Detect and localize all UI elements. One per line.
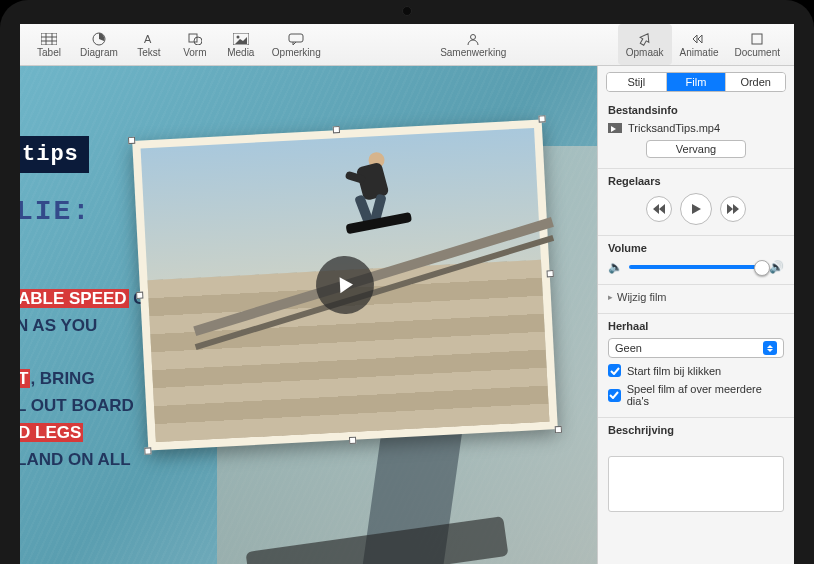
video-object[interactable] <box>132 119 558 450</box>
chart-icon <box>90 32 108 46</box>
svg-rect-13 <box>752 34 762 44</box>
herhaal-header: Herhaal <box>608 320 784 332</box>
label-speel-meerdere: Speel film af over meerdere dia's <box>627 383 784 407</box>
toolbar-opmerking[interactable]: Opmerking <box>264 24 329 65</box>
toolbar-animatie[interactable]: Animatie <box>672 24 727 65</box>
toolbar-vorm[interactable]: Vorm <box>172 24 218 65</box>
media-icon <box>232 32 250 46</box>
tab-film[interactable]: Film <box>666 73 726 91</box>
herhaal-select[interactable]: Geen <box>608 338 784 358</box>
forward-button[interactable] <box>720 196 746 222</box>
svg-rect-0 <box>41 33 57 45</box>
shape-icon <box>186 32 204 46</box>
chevron-right-icon: ▸ <box>608 292 613 302</box>
vervang-button[interactable]: Vervang <box>646 140 746 158</box>
video-thumbnail <box>141 128 550 442</box>
volume-high-icon: 🔊 <box>769 260 784 274</box>
slide-title: tips <box>20 136 89 173</box>
volume-header: Volume <box>608 242 784 254</box>
collab-icon <box>464 32 482 46</box>
slide-canvas[interactable]: tips LIE: ABLE SPEED CAN N AS YOU T, BRI… <box>20 66 597 564</box>
document-icon <box>748 32 766 46</box>
toolbar-opmaak-label: Opmaak <box>626 47 664 58</box>
toolbar: Tabel Diagram A Tekst Vorm Media Opmerki… <box>20 24 794 66</box>
select-arrows-icon <box>763 341 777 355</box>
toolbar-animatie-label: Animatie <box>680 47 719 58</box>
tab-orden[interactable]: Orden <box>725 73 785 91</box>
resize-handle[interactable] <box>136 292 143 299</box>
toolbar-tabel[interactable]: Tabel <box>26 24 72 65</box>
resize-handle[interactable] <box>349 437 356 444</box>
comment-icon <box>287 32 305 46</box>
checkbox-speel-meerdere[interactable] <box>608 389 621 402</box>
toolbar-samenwerking-label: Samenwerking <box>440 47 506 58</box>
toolbar-diagram-label: Diagram <box>80 47 118 58</box>
svg-text:A: A <box>144 33 152 45</box>
section-volume: Volume 🔈 🔊 <box>598 236 794 285</box>
svg-point-8 <box>194 37 202 45</box>
svg-point-10 <box>236 35 239 38</box>
rewind-button[interactable] <box>646 196 672 222</box>
animate-icon <box>690 32 708 46</box>
bestandsinfo-header: Bestandsinfo <box>608 104 784 116</box>
laptop-camera <box>402 6 412 16</box>
beschrijving-textarea[interactable] <box>608 456 784 512</box>
volume-low-icon: 🔈 <box>608 260 623 274</box>
format-icon <box>636 32 654 46</box>
section-herhaal: Herhaal Geen Start film bij klikken Spee… <box>598 314 794 418</box>
section-beschrijving: Beschrijving <box>598 418 794 452</box>
filename: TricksandTips.mp4 <box>628 122 720 134</box>
table-icon <box>40 32 58 46</box>
svg-point-12 <box>471 34 476 39</box>
section-regelaars: Regelaars <box>598 169 794 236</box>
regelaars-header: Regelaars <box>608 175 784 187</box>
tab-stijl[interactable]: Stijl <box>607 73 666 91</box>
toolbar-samenwerking[interactable]: Samenwerking <box>432 24 514 65</box>
resize-handle[interactable] <box>547 270 554 277</box>
checkbox-start-klik[interactable] <box>608 364 621 377</box>
toolbar-media[interactable]: Media <box>218 24 264 65</box>
movie-icon <box>608 123 622 133</box>
text-icon: A <box>140 32 158 46</box>
resize-handle[interactable] <box>555 426 562 433</box>
resize-handle[interactable] <box>333 126 340 133</box>
toolbar-opmerking-label: Opmerking <box>272 47 321 58</box>
toolbar-document[interactable]: Document <box>726 24 788 65</box>
toolbar-tekst[interactable]: A Tekst <box>126 24 172 65</box>
toolbar-opmaak[interactable]: Opmaak <box>618 24 672 65</box>
toolbar-media-label: Media <box>227 47 254 58</box>
slide-subhead: LIE: <box>20 196 91 227</box>
label-start-klik: Start film bij klikken <box>627 365 721 377</box>
toolbar-tekst-label: Tekst <box>137 47 160 58</box>
toolbar-vorm-label: Vorm <box>183 47 206 58</box>
beschrijving-header: Beschrijving <box>608 424 784 436</box>
resize-handle[interactable] <box>538 115 545 122</box>
toolbar-diagram[interactable]: Diagram <box>72 24 126 65</box>
toolbar-document-label: Document <box>734 47 780 58</box>
inspector-panel: Stijl Film Orden Bestandsinfo TricksandT… <box>597 66 794 564</box>
inspector-tabs: Stijl Film Orden <box>606 72 786 92</box>
svg-rect-11 <box>289 34 303 42</box>
herhaal-value: Geen <box>615 342 642 354</box>
section-wijzig-film: ▸ Wijzig film <box>598 285 794 314</box>
section-bestandsinfo: Bestandsinfo TricksandTips.mp4 Vervang <box>598 98 794 169</box>
volume-slider[interactable] <box>629 265 763 269</box>
resize-handle[interactable] <box>128 137 135 144</box>
wijzig-film-disclosure[interactable]: ▸ Wijzig film <box>608 291 784 303</box>
play-button[interactable] <box>680 193 712 225</box>
toolbar-tabel-label: Tabel <box>37 47 61 58</box>
resize-handle[interactable] <box>144 447 151 454</box>
